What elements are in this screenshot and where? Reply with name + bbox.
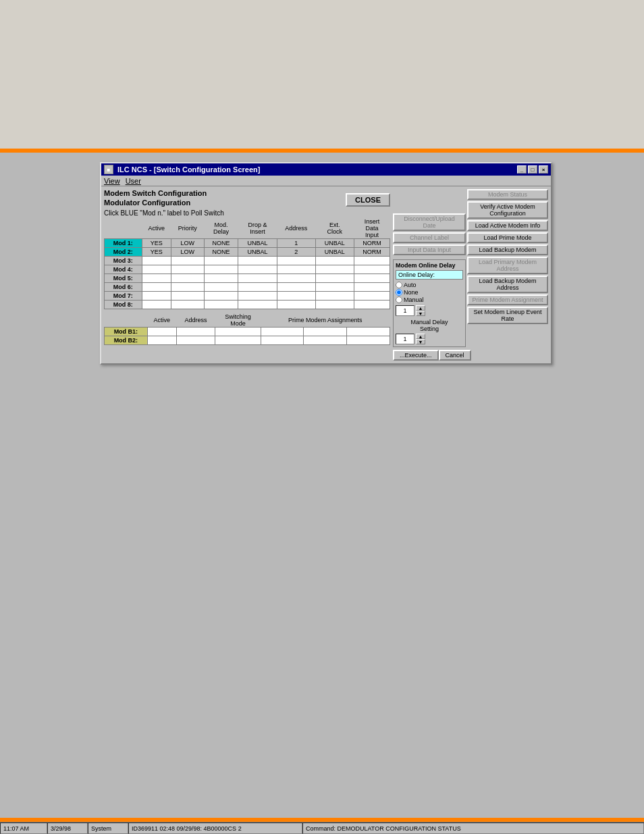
menu-user[interactable]: User — [126, 177, 141, 185]
mod-8-priority — [171, 301, 204, 309]
mod-6-active — [142, 283, 171, 292]
mod-4-active — [142, 265, 171, 274]
status-system: System — [88, 823, 128, 834]
radio-none-input[interactable] — [396, 289, 402, 296]
backup-mod-1-prime-2 — [347, 328, 390, 336]
orange-bar-top — [0, 149, 644, 153]
window-title: ILC NCS - [Switch Configuration Screen] — [117, 165, 260, 174]
backup-mod-2-prime-0 — [261, 336, 304, 345]
load-primary-addr-btn[interactable]: Load Primary Modem Address — [467, 257, 548, 274]
mod-7-drop_insert — [238, 292, 277, 301]
bcol-header-active: Active — [147, 313, 176, 328]
mod-1-mod_delay: NONE — [204, 239, 238, 248]
mod-label-3: Mod 3: — [105, 257, 142, 265]
disconnect-upload-btn[interactable]: Disconnect/Upload Date — [393, 213, 466, 231]
bcol-header-address: Address — [176, 313, 215, 328]
mod-6-insert_data — [354, 283, 390, 292]
mod-8-active — [142, 301, 171, 309]
manual-spinner-group: ▲ ▼ — [396, 334, 463, 344]
spin-down-button[interactable]: ▼ — [416, 311, 425, 316]
modem-status-btn[interactable]: Modem Status — [467, 189, 548, 200]
mod-7-address — [277, 292, 315, 301]
mod-label-2[interactable]: Mod 2: — [105, 248, 142, 257]
channel-label-btn[interactable]: Channel Label — [393, 232, 466, 243]
right-section: Disconnect/Upload Date Channel Label Inp… — [393, 189, 548, 361]
inner-layout: Modem Switch Configuration Modulator Con… — [104, 189, 548, 361]
bottom-action-buttons: ...Execute... Cancel — [393, 350, 466, 361]
mod-4-address — [277, 265, 315, 274]
manual-spin-down-button[interactable]: ▼ — [416, 339, 425, 344]
mod-label-1[interactable]: Mod 1: — [105, 239, 142, 248]
left-section: Modem Switch Configuration Modulator Con… — [104, 189, 390, 361]
backup-mod-2-prime-1 — [304, 336, 347, 345]
main-window: ■ ILC NCS - [Switch Configuration Screen… — [100, 162, 552, 365]
menu-view[interactable]: View — [104, 177, 120, 185]
backup-table: Active Address SwitchingMode Prime Modem… — [104, 313, 390, 345]
mod-7-mod_delay — [204, 292, 238, 301]
backup-mod-2-address — [176, 336, 215, 345]
col-header-address: Address — [277, 218, 315, 239]
radio-auto-input[interactable] — [396, 282, 402, 288]
mod-8-address — [277, 301, 315, 309]
manual-spinner-buttons: ▲ ▼ — [416, 334, 425, 344]
backup-mod-label-1[interactable]: Mod B1: — [105, 328, 148, 336]
radio-manual-input[interactable] — [396, 296, 402, 303]
mod-4-insert_data — [354, 265, 390, 274]
mod-1-ext_clock: UNBAL — [315, 239, 354, 248]
mod-7-priority — [171, 292, 204, 301]
col-header-mod — [105, 218, 142, 239]
bcol-header-prime: Prime Modem Assignments — [261, 313, 390, 328]
middle-buttons: Disconnect/Upload Date Channel Label Inp… — [393, 213, 466, 255]
radio-none: None — [396, 289, 463, 296]
mod-7-insert_data — [354, 292, 390, 301]
execute-button[interactable]: ...Execute... — [393, 350, 439, 361]
mod-3-active — [142, 257, 171, 265]
load-backup-addr-btn[interactable]: Load Backup Modem Address — [467, 276, 548, 293]
mod-2-ext_clock: UNBAL — [315, 248, 354, 257]
load-backup-modem-btn[interactable]: Load Backup Modem — [467, 244, 548, 255]
mod-6-drop_insert — [238, 283, 277, 292]
prime-modem-assign-btn[interactable]: Prime Modem Assignment — [467, 294, 548, 305]
close-button[interactable]: CLOSE — [346, 193, 390, 207]
mod-3-insert_data — [354, 257, 390, 265]
radio-auto-label: Auto — [404, 282, 417, 288]
backup-mod-2-switching_mode — [215, 336, 261, 345]
mod-5-ext_clock — [315, 274, 354, 283]
backup-mod-2-active — [147, 336, 176, 345]
close-window-button[interactable]: × — [539, 165, 548, 174]
status-date: 3/29/98 — [47, 823, 88, 834]
minimize-button[interactable]: _ — [517, 165, 527, 174]
cancel-button[interactable]: Cancel — [439, 350, 471, 361]
mod-label-5: Mod 5: — [105, 274, 142, 283]
radio-auto: Auto — [396, 282, 463, 288]
mod-5-priority — [171, 274, 204, 283]
backup-mod-2-prime-2 — [347, 336, 390, 345]
status-command: Command: DEMODULATOR CONFIGURATION STATU… — [302, 823, 644, 834]
col-header-ext-clock: Ext.Clock — [315, 218, 354, 239]
manual-spin-up-button[interactable]: ▲ — [416, 334, 425, 339]
right-buttons-column: Modem Status Verify Active Modem Configu… — [467, 189, 548, 361]
mod-7-ext_clock — [315, 292, 354, 301]
spinner-input[interactable] — [396, 305, 414, 316]
backup-mod-1-active — [147, 328, 176, 336]
app-icon: ■ — [104, 165, 113, 174]
col-header-priority: Priority — [171, 218, 204, 239]
manual-spinner-input[interactable] — [396, 334, 414, 344]
radio-group: Auto None Manual — [396, 282, 463, 303]
set-modem-lineup-btn[interactable]: Set Modem Lineup Event Rate — [467, 307, 548, 324]
mod-2-drop_insert: UNBAL — [238, 248, 277, 257]
verify-active-btn[interactable]: Verify Active Modem Configuration — [467, 201, 548, 219]
mod-3-priority — [171, 257, 204, 265]
mod-8-mod_delay — [204, 301, 238, 309]
load-prime-mode-btn[interactable]: Load Prime Mode — [467, 232, 548, 243]
manual-delay-label: Manual DelaySetting — [396, 319, 463, 332]
modem-online-delay-section: Modem Online Delay Online Delay: Auto No… — [393, 259, 466, 347]
status-id: ID369911 02:48 09/29/98: 4B00000CS 2 — [128, 823, 302, 834]
load-active-info-btn[interactable]: Load Active Modem Info — [467, 220, 548, 231]
spin-up-button[interactable]: ▲ — [416, 305, 425, 311]
backup-mod-label-2[interactable]: Mod B2: — [105, 336, 148, 345]
maximize-button[interactable]: □ — [528, 165, 537, 174]
mod-5-insert_data — [354, 274, 390, 283]
input-data-btn[interactable]: Input Data Input — [393, 244, 466, 255]
bcol-header-switching: SwitchingMode — [215, 313, 261, 328]
